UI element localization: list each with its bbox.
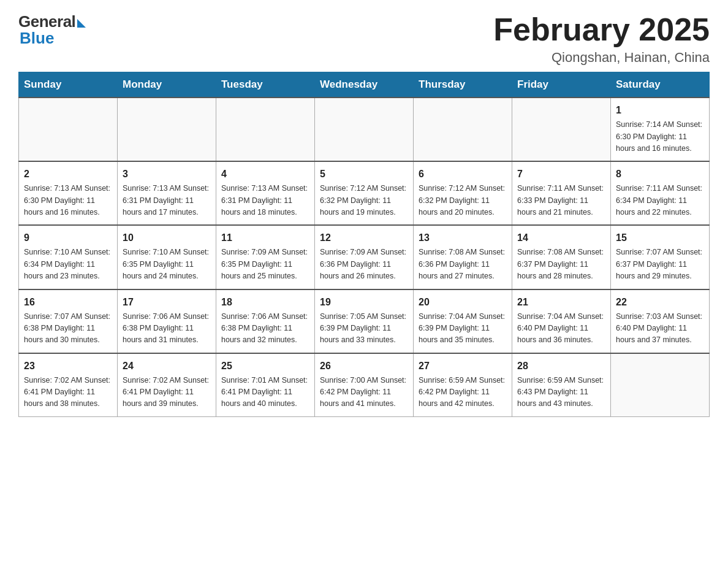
calendar-cell: 17Sunrise: 7:06 AM Sunset: 6:38 PM Dayli… [118, 289, 216, 353]
calendar-cell: 1Sunrise: 7:14 AM Sunset: 6:30 PM Daylig… [611, 98, 710, 161]
day-info: Sunrise: 7:01 AM Sunset: 6:41 PM Dayligh… [221, 375, 309, 410]
weekday-header-wednesday: Wednesday [315, 72, 414, 98]
calendar-cell: 18Sunrise: 7:06 AM Sunset: 6:38 PM Dayli… [216, 289, 315, 353]
calendar-cell: 7Sunrise: 7:11 AM Sunset: 6:33 PM Daylig… [512, 161, 611, 225]
calendar-header: SundayMondayTuesdayWednesdayThursdayFrid… [19, 72, 710, 98]
day-info: Sunrise: 7:13 AM Sunset: 6:30 PM Dayligh… [24, 183, 112, 218]
day-number: 28 [517, 359, 605, 373]
day-info: Sunrise: 7:13 AM Sunset: 6:31 PM Dayligh… [221, 183, 309, 218]
calendar-cell [19, 98, 118, 161]
month-title: February 2025 [493, 12, 710, 47]
calendar-cell: 13Sunrise: 7:08 AM Sunset: 6:36 PM Dayli… [414, 225, 512, 289]
day-info: Sunrise: 7:06 AM Sunset: 6:38 PM Dayligh… [221, 311, 309, 347]
calendar-cell: 15Sunrise: 7:07 AM Sunset: 6:37 PM Dayli… [611, 225, 710, 289]
calendar-cell [611, 353, 710, 417]
calendar-cell [216, 98, 315, 161]
day-number: 26 [320, 359, 408, 373]
calendar-cell: 23Sunrise: 7:02 AM Sunset: 6:41 PM Dayli… [19, 353, 118, 417]
day-info: Sunrise: 7:08 AM Sunset: 6:37 PM Dayligh… [517, 247, 605, 282]
day-info: Sunrise: 7:09 AM Sunset: 6:35 PM Dayligh… [221, 247, 309, 282]
calendar-week-row: 1Sunrise: 7:14 AM Sunset: 6:30 PM Daylig… [19, 98, 710, 161]
day-number: 17 [123, 295, 211, 310]
weekday-header-row: SundayMondayTuesdayWednesdayThursdayFrid… [19, 72, 710, 98]
calendar-cell: 4Sunrise: 7:13 AM Sunset: 6:31 PM Daylig… [216, 161, 315, 225]
calendar-cell: 28Sunrise: 6:59 AM Sunset: 6:43 PM Dayli… [512, 353, 611, 417]
day-info: Sunrise: 7:13 AM Sunset: 6:31 PM Dayligh… [123, 183, 211, 218]
calendar-cell: 2Sunrise: 7:13 AM Sunset: 6:30 PM Daylig… [19, 161, 118, 225]
weekday-header-thursday: Thursday [414, 72, 512, 98]
calendar-cell: 26Sunrise: 7:00 AM Sunset: 6:42 PM Dayli… [315, 353, 414, 417]
calendar-cell [414, 98, 512, 161]
calendar-cell: 21Sunrise: 7:04 AM Sunset: 6:40 PM Dayli… [512, 289, 611, 353]
day-info: Sunrise: 7:09 AM Sunset: 6:36 PM Dayligh… [320, 247, 408, 282]
day-info: Sunrise: 7:08 AM Sunset: 6:36 PM Dayligh… [419, 247, 507, 282]
day-info: Sunrise: 7:05 AM Sunset: 6:39 PM Dayligh… [320, 311, 408, 347]
day-info: Sunrise: 7:02 AM Sunset: 6:41 PM Dayligh… [24, 375, 112, 410]
day-info: Sunrise: 7:03 AM Sunset: 6:40 PM Dayligh… [616, 311, 704, 347]
day-number: 8 [616, 167, 704, 182]
calendar-cell: 6Sunrise: 7:12 AM Sunset: 6:32 PM Daylig… [414, 161, 512, 225]
day-info: Sunrise: 7:00 AM Sunset: 6:42 PM Dayligh… [320, 375, 408, 410]
day-number: 27 [419, 359, 507, 373]
calendar-week-row: 2Sunrise: 7:13 AM Sunset: 6:30 PM Daylig… [19, 161, 710, 225]
day-number: 10 [123, 231, 211, 245]
day-info: Sunrise: 7:04 AM Sunset: 6:40 PM Dayligh… [517, 311, 605, 347]
weekday-header-saturday: Saturday [611, 72, 710, 98]
weekday-header-sunday: Sunday [19, 72, 118, 98]
calendar-cell: 11Sunrise: 7:09 AM Sunset: 6:35 PM Dayli… [216, 225, 315, 289]
calendar-cell: 12Sunrise: 7:09 AM Sunset: 6:36 PM Dayli… [315, 225, 414, 289]
day-number: 21 [517, 295, 605, 310]
day-number: 24 [123, 359, 211, 373]
calendar-cell [512, 98, 611, 161]
calendar-cell: 25Sunrise: 7:01 AM Sunset: 6:41 PM Dayli… [216, 353, 315, 417]
day-info: Sunrise: 6:59 AM Sunset: 6:43 PM Dayligh… [517, 375, 605, 410]
day-info: Sunrise: 6:59 AM Sunset: 6:42 PM Dayligh… [419, 375, 507, 410]
day-number: 14 [517, 231, 605, 245]
logo-arrow-icon [77, 19, 86, 28]
calendar-cell: 14Sunrise: 7:08 AM Sunset: 6:37 PM Dayli… [512, 225, 611, 289]
day-number: 13 [419, 231, 507, 245]
calendar-cell: 5Sunrise: 7:12 AM Sunset: 6:32 PM Daylig… [315, 161, 414, 225]
day-info: Sunrise: 7:14 AM Sunset: 6:30 PM Dayligh… [616, 119, 704, 155]
calendar-cell: 16Sunrise: 7:07 AM Sunset: 6:38 PM Dayli… [19, 289, 118, 353]
day-number: 3 [123, 167, 211, 182]
day-number: 23 [24, 359, 112, 373]
calendar-cell: 22Sunrise: 7:03 AM Sunset: 6:40 PM Dayli… [611, 289, 710, 353]
day-number: 12 [320, 231, 408, 245]
day-number: 25 [221, 359, 309, 373]
day-number: 19 [320, 295, 408, 310]
page-header: General Blue February 2025 Qiongshan, Ha… [18, 12, 710, 66]
title-block: February 2025 Qiongshan, Hainan, China [493, 12, 710, 66]
day-number: 11 [221, 231, 309, 245]
day-number: 1 [616, 103, 704, 118]
day-number: 4 [221, 167, 309, 182]
calendar-cell: 20Sunrise: 7:04 AM Sunset: 6:39 PM Dayli… [414, 289, 512, 353]
calendar-cell: 10Sunrise: 7:10 AM Sunset: 6:35 PM Dayli… [118, 225, 216, 289]
day-number: 18 [221, 295, 309, 310]
day-number: 5 [320, 167, 408, 182]
calendar-cell [315, 98, 414, 161]
day-info: Sunrise: 7:10 AM Sunset: 6:35 PM Dayligh… [123, 247, 211, 282]
calendar-week-row: 9Sunrise: 7:10 AM Sunset: 6:34 PM Daylig… [19, 225, 710, 289]
calendar-cell: 27Sunrise: 6:59 AM Sunset: 6:42 PM Dayli… [414, 353, 512, 417]
day-info: Sunrise: 7:10 AM Sunset: 6:34 PM Dayligh… [24, 247, 112, 282]
day-info: Sunrise: 7:07 AM Sunset: 6:37 PM Dayligh… [616, 247, 704, 282]
day-number: 2 [24, 167, 112, 182]
day-number: 9 [24, 231, 112, 245]
calendar-cell: 24Sunrise: 7:02 AM Sunset: 6:41 PM Dayli… [118, 353, 216, 417]
day-info: Sunrise: 7:02 AM Sunset: 6:41 PM Dayligh… [123, 375, 211, 410]
day-number: 15 [616, 231, 704, 245]
logo: General Blue [18, 12, 86, 48]
day-number: 16 [24, 295, 112, 310]
day-info: Sunrise: 7:12 AM Sunset: 6:32 PM Dayligh… [419, 183, 507, 218]
calendar-table: SundayMondayTuesdayWednesdayThursdayFrid… [18, 72, 710, 417]
calendar-body: 1Sunrise: 7:14 AM Sunset: 6:30 PM Daylig… [19, 98, 710, 416]
day-number: 20 [419, 295, 507, 310]
day-info: Sunrise: 7:11 AM Sunset: 6:34 PM Dayligh… [616, 183, 704, 218]
location-subtitle: Qiongshan, Hainan, China [493, 50, 710, 66]
weekday-header-tuesday: Tuesday [216, 72, 315, 98]
calendar-cell: 3Sunrise: 7:13 AM Sunset: 6:31 PM Daylig… [118, 161, 216, 225]
day-number: 6 [419, 167, 507, 182]
calendar-cell [118, 98, 216, 161]
calendar-week-row: 16Sunrise: 7:07 AM Sunset: 6:38 PM Dayli… [19, 289, 710, 353]
